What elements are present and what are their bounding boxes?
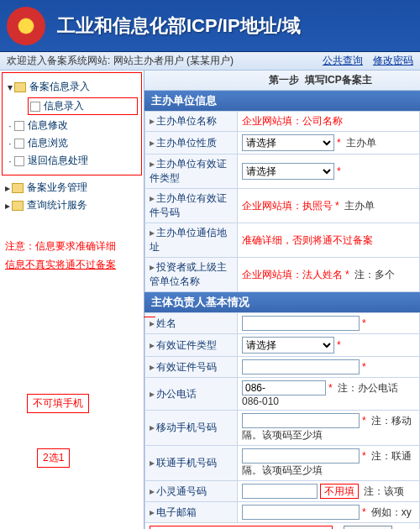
tree-item-query-stats[interactable]: ▸查询统计服务 (3, 196, 140, 214)
sidebar: ▾ 备案信息录入 信息录入 ·信息修改 ·信息浏览 ·退回信息处理 ▸备案业务管… (0, 71, 144, 529)
tree-item-info-edit[interactable]: ·信息修改 (6, 117, 138, 134)
national-emblem-icon: ★ (7, 7, 45, 45)
person-form: ▸姓名 * ▸有效证件类型 请选择* ▸有效证件号码 * ▸办公电话 *注：办公… (144, 312, 420, 529)
tree-item-info-entry[interactable]: 信息录入 (28, 97, 138, 115)
lbl-org-nature: ▸主办单位性质 (145, 132, 238, 155)
main-panel: 第一步 填写ICP备案主 主办单位信息 ▸主办单位名称 企业网站填：公司名称 ▸… (144, 71, 420, 529)
page-icon (14, 139, 24, 149)
folder-icon (12, 201, 24, 211)
select-p-cert-type[interactable]: 请选择 (242, 337, 334, 354)
public-query-link[interactable]: 公共查询 (323, 54, 363, 68)
page-icon (14, 121, 24, 131)
top-bar: 欢迎进入备案系统网站: 网站主办者用户 (某某用户) 公共查询 修改密码 (0, 52, 420, 71)
callout-no-mobile: 不可填手机 (27, 394, 89, 413)
hint-investor: 企业网站填：法人姓名 (242, 269, 343, 280)
page-icon (30, 102, 40, 112)
folder-icon (14, 82, 26, 92)
input-phs[interactable] (242, 484, 318, 499)
lbl-email: ▸电子邮箱 (145, 502, 238, 523)
tree-root-filing-entry[interactable]: ▾ 备案信息录入 (6, 78, 138, 96)
input-mobile[interactable] (242, 413, 360, 428)
welcome-text: 欢迎进入备案系统网站: 网站主办者用户 (某某用户) (7, 54, 312, 68)
section-header-person: 主体负责人基本情况 (144, 292, 420, 312)
lbl-p-cert-type: ▸有效证件类型 (145, 334, 238, 357)
lbl-cert-no: ▸主办单位有效证件号码 (145, 189, 238, 223)
app-header: ★ 工业和信息化部ICP/IP地址/域 (0, 0, 420, 52)
page-icon (14, 156, 24, 166)
next-button[interactable]: 下一步 (344, 526, 392, 529)
lbl-p-cert-no: ▸有效证件号码 (145, 357, 238, 378)
select-cert-type[interactable]: 请选择 (242, 163, 334, 180)
lbl-person-name: ▸姓名 (145, 313, 238, 334)
lbl-phs: ▸小灵通号码 (145, 481, 238, 502)
input-person-name[interactable] (242, 316, 360, 331)
folder-icon (12, 183, 24, 193)
lbl-office-phone: ▸办公电话 (145, 378, 238, 411)
lbl-investor: ▸投资者或上级主管单位名称 (145, 258, 238, 292)
footer-message: 本页操作结束，其他步骤由我公司处理 (150, 526, 333, 529)
hint-org-addr: 准确详细，否则将通不过备案 (242, 234, 373, 246)
lbl-org-name: ▸主办单位名称 (145, 112, 238, 132)
input-unicom[interactable] (242, 448, 360, 464)
lbl-mobile: ▸移动手机号码 (145, 411, 238, 446)
lbl-cert-type: ▸主办单位有效证件类型 (145, 155, 238, 189)
tree-item-business-mgmt[interactable]: ▸备案业务管理 (3, 179, 140, 196)
collapse-icon: ▾ (6, 81, 14, 93)
tree-item-info-browse[interactable]: ·信息浏览 (6, 134, 138, 152)
hint-phs: 不用填 (320, 484, 359, 499)
org-form: ▸主办单位名称 企业网站填：公司名称 ▸主办单位性质 请选择*主办单 ▸主办单位… (144, 111, 420, 292)
change-password-link[interactable]: 修改密码 (373, 54, 413, 68)
annotation-line (144, 317, 155, 317)
select-org-nature[interactable]: 请选择 (242, 134, 334, 151)
section-header-org: 主办单位信息 (144, 91, 420, 111)
sidebar-note: 注意：信息要求准确详细 信息不真实将通不过备案 (0, 234, 144, 277)
tree-item-return-handle[interactable]: ·退回信息处理 (6, 152, 138, 170)
hint-cert-no: 企业网站填：执照号 (242, 200, 333, 212)
step-indicator: 第一步 填写ICP备案主 (144, 71, 420, 91)
lbl-unicom: ▸联通手机号码 (145, 446, 238, 481)
app-title: 工业和信息化部ICP/IP地址/域 (57, 13, 301, 39)
lbl-org-addr: ▸主办单位通信地址 (145, 223, 238, 258)
input-email[interactable] (242, 505, 360, 520)
callout-choose-one: 2选1 (37, 448, 70, 468)
input-office-phone[interactable] (242, 380, 326, 395)
hint-org-name: 企业网站填：公司名称 (242, 115, 343, 127)
input-p-cert-no[interactable] (242, 359, 360, 374)
